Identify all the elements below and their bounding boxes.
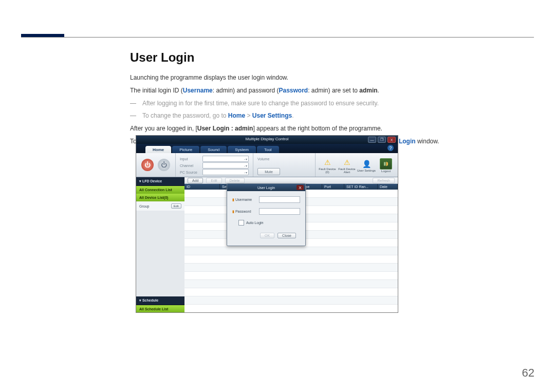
volume-label: Volume: [257, 157, 280, 161]
label: Fault Device (0): [318, 167, 337, 174]
table-row: [184, 247, 398, 255]
maximize-button[interactable]: ❐: [378, 137, 386, 143]
svg-rect-0: [384, 162, 386, 166]
header-rule: [21, 34, 534, 38]
table-row: [184, 305, 398, 313]
table-row: [184, 264, 398, 272]
fault-alert-button[interactable]: ⚠ Fault Device Alert: [337, 156, 357, 174]
text: ) are set to: [328, 87, 360, 94]
add-button[interactable]: Add: [188, 178, 203, 183]
tab-picture[interactable]: Picture: [172, 146, 199, 153]
col-setid[interactable]: SET ID Ran...: [344, 184, 378, 190]
text: After you are logged in, [: [130, 125, 197, 132]
text: .: [378, 87, 379, 94]
logged-in-line: After you are logged in, [User Login : a…: [130, 123, 521, 135]
warning-icon: ⚠: [322, 157, 333, 167]
text: window.: [416, 138, 439, 145]
user-settings-button[interactable]: 👤 User Settings: [357, 158, 376, 172]
auto-login-label: Auto Login: [246, 221, 263, 225]
password-label: ▮ Password: [232, 210, 259, 214]
sidebar-all-connection[interactable]: All Connection List: [136, 186, 184, 194]
label: Group: [139, 204, 149, 208]
window-title: Multiple Display Control: [136, 137, 398, 141]
label: Fault Device Alert: [337, 167, 357, 174]
table-row: [184, 272, 398, 280]
username-label: Username: [183, 87, 213, 94]
power-on-button[interactable]: ⏻: [141, 159, 154, 171]
security-note: ―After logging in for the first time, ma…: [130, 98, 521, 109]
user-login-dialog: User Login X ▮ Username ▮ Password Auto …: [227, 183, 306, 246]
sidebar-spacer: [136, 211, 184, 296]
page-number: 62: [522, 366, 534, 380]
sidebar-header-schedule[interactable]: ▾ Schedule: [136, 296, 184, 305]
auto-login-checkbox[interactable]: [238, 220, 244, 226]
window-titlebar: Multiple Display Control — ❐ X: [136, 136, 398, 144]
sidebar-all-device[interactable]: All Device List(0): [136, 194, 184, 201]
username-label: ▮ Username: [232, 198, 259, 202]
main-tabbar: Home Picture Sound System Tool ?: [136, 144, 398, 153]
dialog-title: User Login X: [227, 184, 305, 191]
dialog-close-button[interactable]: X: [297, 185, 304, 190]
warning-icon: ⚠: [341, 157, 353, 167]
default-credentials-line: The initial login ID (Username: admin) a…: [130, 85, 521, 97]
page-title: User Login: [130, 50, 521, 65]
home-link: Home: [228, 112, 245, 119]
refresh-button: Refresh: [373, 178, 395, 183]
pcsource-select[interactable]: -: [202, 169, 249, 175]
col-id[interactable]: ID: [184, 184, 220, 190]
text: .: [292, 112, 293, 119]
group-edit-button[interactable]: Edit: [171, 203, 181, 209]
text: To change the password, go to: [142, 112, 228, 119]
label: User Login: [257, 186, 275, 190]
sidebar-all-schedule[interactable]: All Schedule List: [136, 305, 184, 313]
username-input[interactable]: [259, 196, 300, 203]
help-button[interactable]: ?: [387, 145, 394, 151]
password-input[interactable]: [259, 208, 300, 215]
dialog-body: ▮ Username ▮ Password Auto Login OK Clos…: [227, 191, 305, 246]
sidebar-group[interactable]: Group Edit: [136, 201, 184, 211]
dash-icon: ―: [130, 98, 142, 109]
source-fields: Input- Channel- PC Source-: [176, 153, 253, 177]
volume-group: Volume Mute: [253, 153, 316, 177]
label: Logout: [376, 170, 396, 173]
tab-system[interactable]: System: [228, 146, 256, 153]
table-row: [184, 296, 398, 305]
ok-button[interactable]: OK: [260, 233, 274, 238]
app-screenshot: Multiple Display Control — ❐ X Home Pict…: [136, 135, 398, 313]
tab-sound[interactable]: Sound: [200, 146, 227, 153]
header-accent: [21, 34, 64, 37]
user-login-admin: User Login : admin: [197, 125, 253, 132]
text: The initial login ID (: [130, 87, 183, 94]
ribbon: ⏻ ⏻ Input- Channel- PC Source- Volume Mu…: [136, 153, 398, 177]
door-icon: [380, 158, 392, 170]
table-row: [184, 288, 398, 296]
text: : admin: [308, 87, 328, 94]
power-group: ⏻ ⏻: [136, 153, 176, 177]
ribbon-tools: ⚠ Fault Device (0) ⚠ Fault Device Alert …: [316, 153, 398, 177]
text: ) and password (: [233, 87, 279, 94]
channel-label: Channel: [180, 164, 202, 167]
close-dialog-button[interactable]: Close: [278, 233, 296, 238]
tab-home[interactable]: Home: [145, 146, 171, 153]
text: Password: [235, 210, 251, 213]
mute-button[interactable]: Mute: [257, 168, 280, 175]
auto-login-row: Auto Login: [238, 220, 300, 226]
col-date[interactable]: Date: [378, 184, 398, 190]
password-label: Password: [279, 87, 308, 94]
col-port[interactable]: Port: [322, 184, 344, 190]
input-select[interactable]: -: [202, 156, 249, 162]
logout-button[interactable]: Logout: [376, 157, 396, 173]
minimize-button[interactable]: —: [368, 137, 376, 143]
fault-device-button[interactable]: ⚠ Fault Device (0): [318, 156, 337, 174]
dash-icon: ―: [130, 110, 142, 122]
power-icon: ⏻: [161, 161, 167, 169]
power-off-button[interactable]: ⏻: [158, 159, 170, 171]
close-button[interactable]: X: [387, 137, 396, 143]
input-label: Input: [180, 157, 202, 161]
delete-button: Delete: [225, 178, 245, 183]
text: Username: [235, 198, 252, 201]
sidebar-header-lfd[interactable]: ▾ LFD Device: [136, 177, 184, 186]
tab-tool[interactable]: Tool: [257, 146, 279, 153]
channel-select[interactable]: -: [202, 162, 249, 169]
power-icon: ⏻: [144, 161, 151, 169]
